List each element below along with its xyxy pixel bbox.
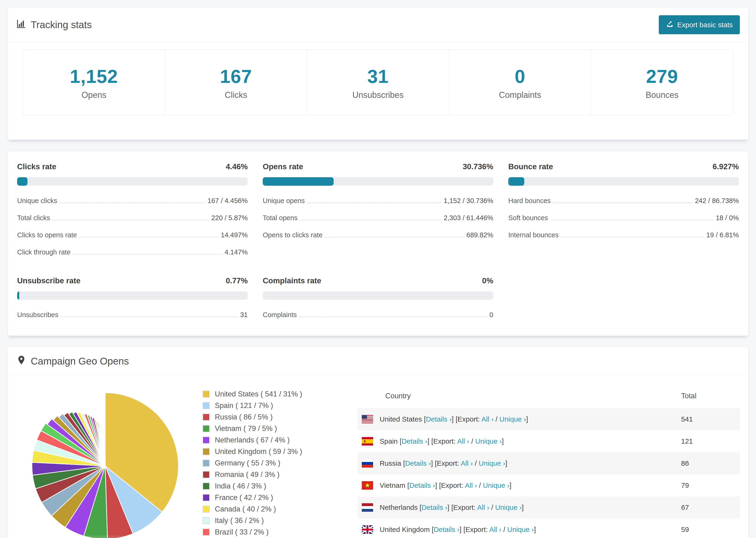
export-all-link[interactable]: All › [477,504,489,511]
rate-stat-value: 2,303 / 61.446% [444,214,493,222]
rate-stat-line: Unique clicks167 / 4.456% [17,197,248,205]
export-unique-link[interactable]: Unique › [507,525,534,533]
legend-item: United States ( 541 / 31% ) [203,390,339,398]
details-link[interactable]: Details › [434,525,459,533]
country-name: United Kingdom [380,525,432,533]
details-link[interactable]: Details › [426,415,452,423]
bracket: ] [510,481,512,489]
dotted-leader [60,202,205,203]
geo-table-header-country: Country [385,392,681,400]
rate-stat-value: 220 / 5.87% [211,214,248,222]
bracket: ] [Export: [427,437,457,445]
geo-row-country-cell: United States [Details ›] [Export: All ›… [357,415,681,423]
country-name: Vietnam [380,481,407,489]
legend-item: Canada ( 40 / 2% ) [203,505,339,513]
stat-value: 167 [165,66,307,87]
details-link[interactable]: Details › [421,504,447,511]
rate-stat-line: Complaints0 [263,311,493,319]
export-basic-stats-button[interactable]: Export basic stats [659,15,740,34]
bracket: ] [Export: [459,525,489,533]
export-all-link[interactable]: All › [457,437,469,445]
export-all-link[interactable]: All › [465,481,477,489]
slash: / [494,415,499,423]
legend-label: United States ( 541 / 31% ) [215,390,302,398]
geo-row-country-cell: Netherlands [Details ›] [Export: All › /… [357,503,681,512]
rate-stat-value: 1,152 / 30.736% [444,197,493,205]
rate-progress-fill [17,291,19,300]
rate-progress-track [17,177,248,186]
rate-title: Clicks rate [17,162,56,171]
export-unique-link[interactable]: Unique › [475,437,502,445]
legend-item: France ( 42 / 2% ) [203,493,339,502]
rate-head: Unsubscribe rate0.77% [17,276,248,285]
geo-table-row-gb: United Kingdom [Details ›] [Export: All … [357,518,740,538]
stat-value: 0 [449,66,591,87]
export-all-link[interactable]: All › [482,415,494,423]
legend-swatch [203,402,210,409]
rate-rows: Unsubscribes31 [17,311,248,319]
bracket: ] [Export: [431,459,460,467]
details-link[interactable]: Details › [402,437,427,445]
export-unique-link[interactable]: Unique › [479,459,505,467]
geo-table-header-total: Total [681,392,740,400]
bracket: ] [Export: [435,481,465,489]
flag-icon-gb [362,525,373,534]
rate-stat-line: Clicks to opens rate14.497% [17,231,248,239]
slash: / [469,437,475,445]
stat-label: Unsubscribes [307,90,449,100]
rate-stat-value: 4.147% [225,248,248,256]
legend-label: Spain ( 121 / 7% ) [215,402,273,410]
legend-label: Italy ( 36 / 2% ) [215,516,264,525]
geo-opens-title-text: Campaign Geo Opens [31,355,129,367]
rate-rows: Unique clicks167 / 4.456%Total clicks220… [17,197,248,256]
legend-item: Brazil ( 33 / 2% ) [203,528,339,536]
geo-table-row-es: Spain [Details ›] [Export: All › / Uniqu… [357,430,740,452]
geo-opens-title: Campaign Geo Opens [16,355,129,368]
rate-value: 6.927% [713,162,739,171]
export-unique-link[interactable]: Unique › [495,504,522,511]
geo-table-row-ru: Russia [Details ›] [Export: All › / Uniq… [357,452,740,474]
flag-icon-vn [362,481,373,490]
details-link[interactable]: Details › [405,459,431,467]
geo-opens-header: Campaign Geo Opens [8,347,748,376]
geo-opens-content: United States ( 541 / 31% )Spain ( 121 /… [8,376,748,538]
rate-stat-label: Internal bounces [508,231,559,239]
stat-label: Opens [23,90,165,100]
geo-table-row-us: United States [Details ›] [Export: All ›… [357,408,740,430]
geo-table-body: United States [Details ›] [Export: All ›… [357,408,740,538]
rates-card: Clicks rate4.46%Unique clicks167 / 4.456… [8,151,748,336]
geo-row-total: 121 [681,437,740,445]
rate-value: 30.736% [463,162,493,171]
rate-stat-label: Clicks to opens rate [17,231,77,239]
legend-item: Russia ( 86 / 5% ) [203,413,339,421]
legend-swatch [203,506,210,512]
rate-progress-track [263,177,493,186]
bracket: [ [424,415,426,423]
export-all-link[interactable]: All › [489,525,502,533]
rate-title: Complaints rate [263,276,321,285]
dotted-leader [299,317,487,317]
export-unique-link[interactable]: Unique › [483,481,510,489]
legend-label: Russia ( 86 / 5% ) [215,413,273,421]
geo-row-total: 67 [681,504,740,511]
dotted-leader [561,237,704,237]
tracking-stats-card: Tracking stats Export basic stats 1,152O… [8,7,748,140]
rate-stat-line: Opens to clicks rate689.82% [263,231,493,239]
legend-item: Italy ( 36 / 2% ) [203,516,339,525]
bracket: [ [432,525,434,533]
stat-label: Complaints [449,90,591,100]
details-link[interactable]: Details › [409,481,435,489]
country-name: United States [380,415,424,423]
rates-grid: Clicks rate4.46%Unique clicks167 / 4.456… [8,151,748,336]
geo-row-country-cell: Spain [Details ›] [Export: All › / Uniqu… [357,437,681,446]
rate-stat-label: Total clicks [17,214,50,222]
stats-summary-row: 1,152Opens167Clicks31Unsubscribes0Compla… [23,50,733,115]
export-button-label: Export basic stats [677,21,733,29]
rate-progress-fill [17,177,27,186]
legend-item: India ( 46 / 3% ) [203,482,339,490]
geo-row-total: 86 [681,459,740,467]
rate-rows: Complaints0 [263,311,493,319]
export-all-link[interactable]: All › [460,459,473,467]
legend-item: United Kingdom ( 59 / 3% ) [203,447,339,456]
export-unique-link[interactable]: Unique › [499,415,526,423]
